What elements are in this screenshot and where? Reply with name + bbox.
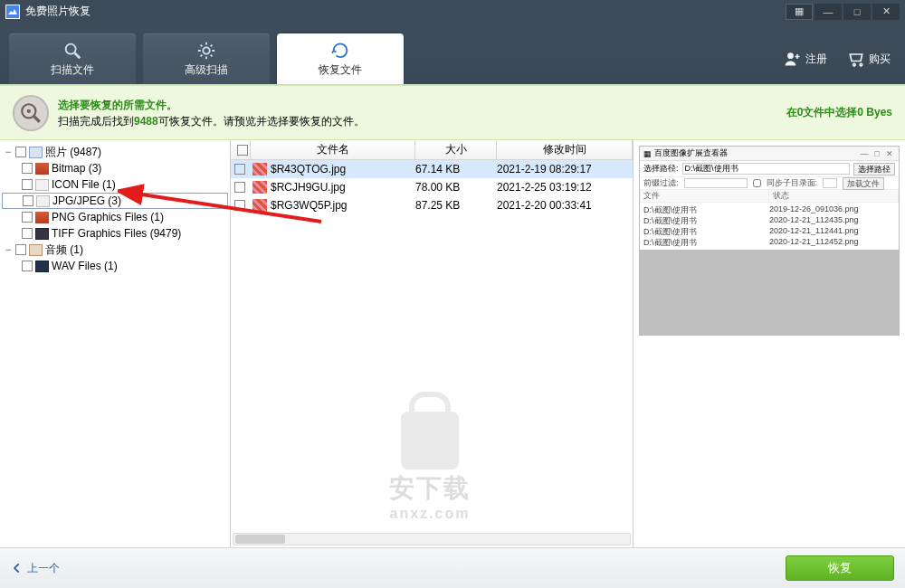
svg-point-3 [203,47,209,53]
register-button[interactable]: 注册 [784,50,827,68]
preview-subdirs-label: 同步子目录面: [767,177,818,189]
sidebar-tree: −照片 (9487) Bitmap (3) ICON File (1) JPG/… [0,140,231,547]
selection-summary: 在0文件中选择0 Byes [786,105,892,120]
watermark: 安下载 anxz.com [344,412,516,522]
file-row[interactable]: $R43QTOG.jpg 67.14 KB 2021-2-19 08:29:17 [231,160,633,178]
preview-list: D:\截图\使用书2019-12-26_091036.png D:\截图\使用书… [640,203,899,250]
svg-line-7 [33,116,40,122]
tab-scan-files[interactable]: 扫描文件 [9,33,136,84]
preview-list-header: 文件状态 [640,190,899,203]
svg-point-1 [66,43,76,53]
footer-bar: 上一个 恢复 [0,547,905,588]
preview-title: 百度图像扩展查看器 [654,147,728,159]
app-icon [5,5,20,19]
tree-jpg[interactable]: JPG/JPEG (3) [2,193,228,209]
preview-image-area [640,250,899,335]
preview-window: ▦ 百度图像扩展查看器 — □ ✕ 选择路径: 选择路径 前缀过滤: 同步子目录… [639,146,900,336]
tree-photos[interactable]: −照片 (9487) [2,144,228,160]
disk-search-icon [13,95,49,131]
instruction-bar: 选择要恢复的所需文件。 扫描完成后找到9488可恢复文件。请预览并选择要恢复的文… [0,86,905,140]
row-checkbox[interactable] [234,164,245,175]
tree-audio[interactable]: −音频 (1) [2,242,228,258]
window-maximize-button[interactable]: □ [843,4,871,20]
svg-point-6 [27,109,31,112]
window-minimize-button[interactable]: — [814,4,842,20]
preview-filter-label: 前缀过滤: [643,177,679,189]
window-close-button[interactable]: ✕ [872,4,900,20]
previous-button[interactable]: 上一个 [11,561,60,576]
instruction-line1: 选择要恢复的所需文件。 [58,97,365,113]
preview-min-button[interactable]: — [859,149,870,158]
tab-advanced-scan[interactable]: 高级扫描 [143,33,270,84]
row-checkbox[interactable] [234,182,245,193]
row-checkbox[interactable] [234,200,245,211]
instruction-line2: 扫描完成后找到9488可恢复文件。请预览并选择要恢复的文件。 [58,113,365,129]
header: 扫描文件 高级扫描 恢复文件 注册 购买 [0,23,905,86]
preview-path-input[interactable] [682,163,850,175]
file-row[interactable]: $RCJH9GU.jpg 78.00 KB 2021-2-25 03:19:12 [231,178,633,196]
file-thumb-icon [252,163,267,175]
tab-label: 高级扫描 [185,62,228,78]
svg-line-2 [75,52,81,58]
preview-close-button[interactable]: ✕ [884,149,895,158]
preview-pane: ▦ 百度图像扩展查看器 — □ ✕ 选择路径: 选择路径 前缀过滤: 同步子目录… [634,140,905,547]
tab-label: 扫描文件 [51,62,94,78]
file-thumb-icon [252,199,267,212]
refresh-icon [330,41,350,61]
file-thumb-icon [252,181,267,194]
preview-app-icon: ▦ [643,149,652,158]
file-row[interactable]: $RG3WQ5P.jpg 87.25 KB 2021-2-20 00:33:41 [231,196,633,214]
tree-bitmap[interactable]: Bitmap (3) [2,160,228,176]
col-size[interactable]: 大小 [415,140,497,159]
preview-load-button[interactable]: 加载文件 [843,177,884,190]
preview-path-label: 选择路径: [643,163,679,175]
app-title: 免费照片恢复 [25,4,90,19]
arrow-left-icon [11,562,24,574]
tree-wav[interactable]: WAV Files (1) [2,258,228,274]
lock-icon [401,412,459,469]
title-bar: 免费照片恢复 ▦ — □ ✕ [0,0,905,23]
recover-button[interactable]: 恢复 [786,555,894,581]
col-name[interactable]: 文件名 [251,140,415,159]
user-plus-icon [784,50,802,68]
tree-icon-file[interactable]: ICON File (1) [2,176,228,193]
tab-recover-files[interactable]: 恢复文件 [277,33,404,84]
magnifier-icon [62,41,82,61]
file-list-header: 文件名 大小 修改时间 [231,140,633,160]
svg-marker-0 [8,9,17,14]
main-area: −照片 (9487) Bitmap (3) ICON File (1) JPG/… [0,140,905,547]
tree-tiff[interactable]: TIFF Graphics Files (9479) [2,225,228,242]
cart-icon [847,50,865,68]
tree-png[interactable]: PNG Graphics Files (1) [2,209,228,225]
window-menu-button[interactable]: ▦ [786,4,813,20]
preview-max-button[interactable]: □ [872,149,882,158]
preview-depth-input[interactable] [823,178,837,188]
preview-subdirs-checkbox[interactable] [753,179,761,187]
col-date[interactable]: 修改时间 [497,140,633,159]
tab-label: 恢复文件 [319,62,362,78]
horizontal-scrollbar[interactable] [233,533,631,545]
preview-filter-input[interactable] [684,178,748,188]
select-all-checkbox[interactable] [237,145,248,156]
gear-icon [196,41,216,61]
buy-button[interactable]: 购买 [847,50,891,68]
preview-browse-button[interactable]: 选择路径 [853,163,895,175]
svg-point-4 [787,52,794,59]
